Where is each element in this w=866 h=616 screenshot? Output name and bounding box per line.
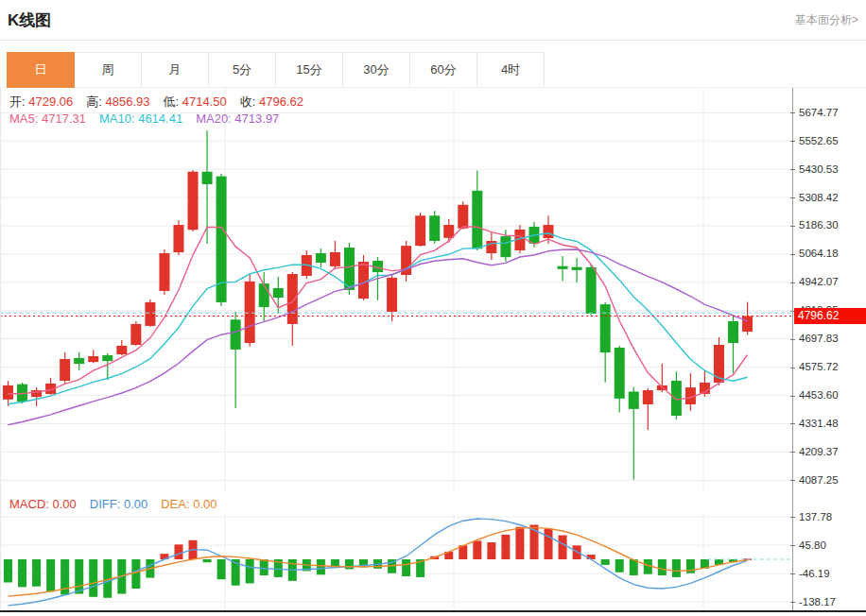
y-axis-line [792, 88, 793, 610]
tick-mark [790, 573, 795, 574]
tick-mark [790, 423, 795, 424]
tick-mark [790, 169, 795, 170]
tab-month[interactable]: 月 [141, 52, 209, 88]
price-tick-label: 4942.07 [799, 275, 865, 289]
header-divider [0, 40, 866, 41]
tab-4hour[interactable]: 4时 [476, 52, 545, 88]
price-tick-label: 4087.25 [799, 473, 865, 488]
macd-tick-label: -138.17 [799, 595, 865, 609]
tick-mark [790, 339, 795, 340]
plot-left-border [0, 88, 1, 610]
legend-item: MACD: 0.00 [9, 497, 77, 511]
tick-mark [790, 545, 795, 546]
price-tick-label: 5186.30 [799, 218, 865, 232]
price-tick-label: 4697.83 [799, 332, 865, 346]
tab-15min[interactable]: 15分 [275, 52, 343, 88]
legend-item: 开: 4729.06 [9, 94, 73, 109]
tick-mark [790, 282, 795, 283]
legend-item: MA10: 4614.41 [99, 111, 182, 126]
price-tick-label: 5430.53 [799, 163, 865, 177]
tab-30min[interactable]: 30分 [342, 52, 410, 88]
price-tick-label: 5308.42 [799, 191, 865, 205]
tick-mark [790, 112, 795, 113]
fundamental-analysis-link[interactable]: 基本面分析> [795, 12, 858, 28]
legend-item: DEA: 0.00 [161, 497, 216, 511]
tick-mark [790, 517, 795, 518]
tick-mark [790, 254, 795, 255]
ohlc-legend: 开: 4729.06高: 4856.93低: 4714.50收: 4796.62 [9, 94, 317, 111]
legend-item: MA5: 4717.31 [9, 111, 86, 126]
candles [3, 130, 753, 479]
ma-legend: MA5: 4717.31MA10: 4614.41MA20: 4713.97 [9, 111, 292, 126]
page-title: K线图 [8, 9, 51, 31]
legend-item: MA20: 4713.97 [196, 111, 279, 126]
price-tick-label: 4331.48 [799, 417, 865, 431]
price-tick-label: 4209.37 [799, 445, 865, 459]
tab-60min[interactable]: 60分 [409, 52, 477, 88]
macd-tick-label: 137.78 [799, 510, 865, 524]
tick-mark [790, 141, 795, 142]
tick-mark [790, 480, 795, 481]
macd-tick-label: 45.80 [799, 539, 865, 553]
kline-widget: K线图 基本面分析> 日周月5分15分30分60分4时 开: 4729.06高:… [0, 0, 866, 616]
tab-day[interactable]: 日 [7, 52, 75, 88]
current-price-badge: 4796.62 [794, 308, 866, 324]
legend-item: DIFF: 0.00 [90, 497, 147, 511]
price-tick-label: 5064.18 [799, 247, 865, 261]
macd-legend: MACD: 0.00DIFF: 0.00DEA: 0.00 [9, 497, 231, 511]
tick-mark [790, 226, 795, 227]
price-tick-label: 4453.60 [799, 388, 865, 402]
legend-item: 低: 4714.50 [163, 94, 226, 109]
price-tick-label: 5674.77 [799, 106, 865, 120]
tick-mark [790, 602, 795, 603]
price-tick-label: 4575.72 [799, 360, 865, 374]
tick-mark [790, 368, 795, 368]
tick-mark [790, 396, 795, 397]
legend-item: 收: 4796.62 [240, 94, 303, 109]
price-tick-label: 5552.65 [799, 134, 865, 148]
tick-mark [790, 452, 795, 453]
period-tab-bar: 日周月5分15分30分60分4时 [8, 52, 545, 88]
tab-week[interactable]: 周 [74, 52, 142, 88]
macd-tick-label: -46.19 [799, 567, 865, 581]
tick-mark [790, 197, 795, 198]
tab-5min[interactable]: 5分 [208, 52, 276, 88]
legend-item: 高: 4856.93 [86, 94, 149, 109]
bottom-border [0, 610, 866, 612]
